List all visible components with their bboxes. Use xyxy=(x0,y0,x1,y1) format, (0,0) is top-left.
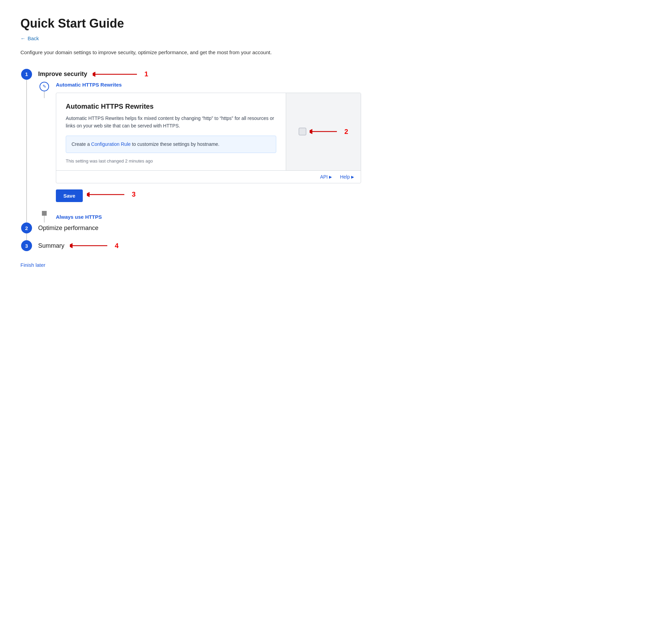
step-3-row: 3 Summary 4 xyxy=(20,240,361,251)
step-2-row: 2 Optimize performance xyxy=(20,223,361,240)
step-1-title: Improve security xyxy=(38,71,87,78)
substep-https-rewrites-link[interactable]: Automatic HTTPS Rewrites xyxy=(56,82,122,88)
step-1-line xyxy=(26,80,27,223)
substep-always-timeline xyxy=(38,211,50,223)
toggle-container: 2 xyxy=(299,127,348,136)
substep-https-rewrites-row: ✎ Automatic HTTPS Rewrites Automatic HTT… xyxy=(38,82,361,211)
annotation-1-label: 1 xyxy=(144,70,148,78)
step-3-timeline: 3 xyxy=(20,240,33,251)
step-2-timeline: 2 xyxy=(20,223,33,240)
card-timestamp: This setting was last changed 2 minutes … xyxy=(66,158,276,164)
card-info-box: Create a Configuration Rule to customize… xyxy=(66,136,276,153)
card-description: Automatic HTTPS Rewrites helps fix mixed… xyxy=(66,114,276,130)
step-3-number: 3 xyxy=(25,243,28,249)
api-chevron-icon: ▶ xyxy=(329,175,332,179)
step-1-number: 1 xyxy=(25,71,28,77)
step-2-number: 2 xyxy=(25,225,28,231)
annotation-arrow-3 xyxy=(87,190,128,199)
info-suffix: to customize these settings by hostname. xyxy=(131,141,220,147)
back-label: Back xyxy=(28,35,39,41)
annotation-2: 2 xyxy=(310,127,348,136)
page-title: Quick Start Guide xyxy=(20,16,361,31)
substep-https-timeline: ✎ xyxy=(38,82,50,98)
card-right: 2 xyxy=(286,93,361,171)
annotation-3: 3 xyxy=(87,190,136,199)
annotation-1: 1 xyxy=(93,70,148,78)
save-button[interactable]: Save xyxy=(56,189,83,202)
step-2-circle: 2 xyxy=(21,223,32,233)
back-arrow-icon: ← xyxy=(20,35,26,41)
help-link[interactable]: Help ▶ xyxy=(340,174,354,180)
step-1-content: Improve security 1 ✎ xyxy=(33,69,361,223)
step-2-title: Optimize performance xyxy=(38,225,98,232)
api-link[interactable]: API ▶ xyxy=(320,174,332,180)
step-3-title: Summary xyxy=(38,242,64,249)
step-1-row: 1 Improve security 1 xyxy=(20,69,361,223)
substep-always-https-row: Always use HTTPS xyxy=(38,211,361,223)
substep-always-content: Always use HTTPS xyxy=(50,211,102,223)
substep-https-line xyxy=(44,91,45,98)
annotation-3-label: 3 xyxy=(132,190,136,198)
annotation-4-label: 4 xyxy=(115,242,119,250)
substep-always-dot xyxy=(42,211,47,216)
substep-https-content: Automatic HTTPS Rewrites Automatic HTTPS… xyxy=(50,82,361,211)
back-link[interactable]: ← Back xyxy=(20,35,39,41)
annotation-4: 4 xyxy=(70,242,119,250)
https-rewrites-card: Automatic HTTPS Rewrites Automatic HTTPS… xyxy=(56,93,361,184)
card-body: Automatic HTTPS Rewrites Automatic HTTPS… xyxy=(56,93,361,171)
substep-always-line xyxy=(44,216,45,223)
info-prefix: Create a xyxy=(72,141,91,147)
help-label: Help xyxy=(340,174,350,180)
step-3-circle: 3 xyxy=(21,240,32,251)
card-footer: API ▶ Help ▶ xyxy=(56,170,361,183)
card-left: Automatic HTTPS Rewrites Automatic HTTPS… xyxy=(56,93,286,171)
finish-later-link[interactable]: Finish later xyxy=(20,262,45,268)
api-label: API xyxy=(320,174,328,180)
step-3-content: Summary 4 xyxy=(33,240,361,251)
step-2-content: Optimize performance xyxy=(33,223,361,240)
page-subtitle: Configure your domain settings to improv… xyxy=(20,49,361,57)
step-1-timeline: 1 xyxy=(20,69,33,223)
step-2-line xyxy=(26,233,27,240)
page-container: Quick Start Guide ← Back Configure your … xyxy=(20,16,361,268)
help-chevron-icon: ▶ xyxy=(351,175,354,179)
step-1-circle: 1 xyxy=(21,69,32,80)
annotation-arrow-1 xyxy=(93,70,140,78)
always-https-link[interactable]: Always use HTTPS xyxy=(56,214,102,220)
annotation-2-label: 2 xyxy=(344,128,348,136)
save-row: Save 3 xyxy=(56,183,361,205)
step-2-header: Optimize performance xyxy=(38,223,361,233)
step-3-header: Summary 4 xyxy=(38,240,361,251)
configuration-rule-link[interactable]: Configuration Rule xyxy=(91,141,131,147)
https-rewrites-toggle[interactable] xyxy=(299,128,306,135)
substep-https-icon: ✎ xyxy=(40,82,49,91)
steps-container: 1 Improve security 1 xyxy=(20,69,361,251)
step-1-header: Improve security 1 xyxy=(38,69,361,80)
annotation-arrow-2 xyxy=(310,127,340,136)
annotation-arrow-4 xyxy=(70,242,111,250)
card-title: Automatic HTTPS Rewrites xyxy=(66,103,276,110)
edit-icon: ✎ xyxy=(43,84,46,89)
